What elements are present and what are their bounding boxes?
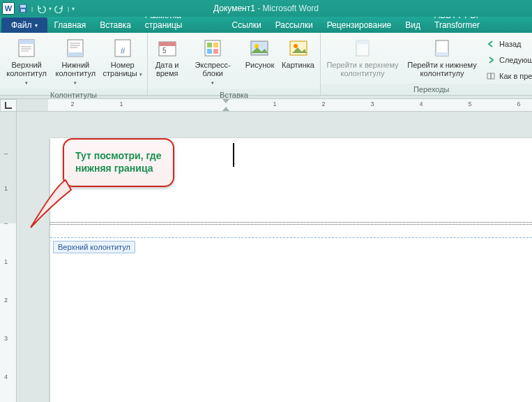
svg-rect-4 (19, 40, 34, 44)
svg-rect-32 (491, 73, 494, 79)
tab-insert[interactable]: Вставка (93, 17, 138, 33)
header-tag[interactable]: Верхний колонтитул (53, 241, 135, 253)
page-number-label: Номер страницы (103, 61, 137, 77)
ribbon: Верхний колонтитул ▾ Нижний колонтитул ▾… (0, 33, 532, 96)
qat-customize-icon[interactable]: ▾ (72, 6, 75, 12)
back-label: Назад (499, 40, 522, 48)
header-top-button[interactable]: Верхний колонтитул ▾ (3, 35, 50, 89)
picture-label: Рисунок (245, 61, 275, 69)
go-to-header-button: Перейти к верхнему колонтитулу (324, 35, 401, 80)
window-title: Документ1 - Microsoft Word (213, 3, 319, 13)
undo-icon[interactable] (36, 3, 47, 14)
svg-point-26 (294, 44, 298, 48)
hruler-tick: 6 (517, 100, 520, 107)
clipart-icon (287, 37, 310, 59)
tab-mailings[interactable]: Рассылки (268, 17, 320, 33)
page-number-button[interactable]: # Номер страницы ▾ (101, 35, 144, 81)
svg-rect-9 (68, 52, 83, 57)
save-icon[interactable] (17, 3, 29, 14)
hruler-tick: 3 (370, 100, 374, 107)
picture-button[interactable]: Рисунок (243, 35, 277, 71)
title-bar: W | ▾ | ▾ Документ1 - Microsoft Word (0, 0, 532, 17)
tab-references[interactable]: Ссылки (225, 17, 268, 33)
vruler-tick: – (4, 150, 8, 157)
tab-view[interactable]: Вид (398, 17, 427, 33)
workspace: – 1 – 1 2 3 4 2 1 1 2 3 4 5 6 (0, 99, 532, 402)
calendar-icon: 5 (156, 37, 178, 59)
dropdown-icon[interactable]: ▾ (49, 6, 52, 12)
svg-rect-16 (159, 42, 176, 46)
svg-rect-28 (356, 40, 369, 44)
redo-icon[interactable] (54, 3, 65, 14)
svg-text:#: # (120, 46, 125, 56)
group-headers: Верхний колонтитул ▾ Нижний колонтитул ▾… (0, 33, 148, 95)
vertical-ruler[interactable]: – 1 – 1 2 3 4 (0, 112, 17, 402)
hanging-indent-marker[interactable] (222, 107, 229, 111)
arrow-left-icon (485, 38, 496, 50)
qat-separator: | (67, 6, 70, 12)
go-header-icon (351, 37, 374, 59)
hruler-tick: 2 (321, 100, 325, 107)
callout-text: Тут посмотри, где нижняя граница (75, 149, 163, 174)
group-insert: 5 Дата и время Экспресс-блоки▾ Рисунок К… (148, 33, 321, 95)
svg-rect-1 (20, 5, 26, 8)
tab-home[interactable]: Главная (47, 17, 93, 33)
chevron-down-icon: ▾ (139, 72, 142, 77)
vruler-tick: – (4, 220, 8, 227)
header-bottom-label: Нижний колонтитул (56, 61, 96, 77)
chevron-down-icon: ▾ (74, 80, 77, 85)
nav-small-buttons: Назад Следующ Как в пре (483, 35, 532, 84)
next-button[interactable]: Следующ (483, 52, 532, 68)
svg-rect-20 (213, 43, 218, 47)
blocks-icon (202, 37, 224, 59)
app-name: Microsoft Word (263, 3, 319, 13)
go-to-footer-button[interactable]: Перейти к нижнему колонтитулу (404, 35, 480, 80)
header-bottom-button[interactable]: Нижний колонтитул ▾ (52, 35, 98, 89)
next-label: Следующ (499, 56, 532, 64)
group-nav: Перейти к верхнему колонтитулу Перейти к… (321, 33, 532, 95)
text-cursor (233, 143, 234, 167)
vruler-tick: 2 (4, 297, 8, 304)
svg-rect-2 (21, 9, 25, 12)
chevron-down-icon: ▾ (211, 80, 214, 85)
ribbon-tabs: Файл ▾ Главная Вставка Разметка страницы… (0, 17, 532, 33)
vruler-tick: 3 (4, 335, 8, 342)
express-label: Экспресс-блоки (195, 61, 231, 77)
vruler-tick: 4 (4, 373, 8, 380)
tab-stop-icon (5, 102, 12, 109)
clipart-label: Картинка (282, 61, 314, 69)
header-boundary-dotted (50, 224, 532, 225)
vruler-tick: 1 (4, 258, 8, 265)
clipart-button[interactable]: Картинка (280, 35, 317, 71)
horizontal-ruler[interactable]: 2 1 1 2 3 4 5 6 (17, 99, 532, 112)
tab-selector[interactable] (0, 99, 17, 112)
link-icon (485, 70, 496, 82)
svg-rect-31 (487, 73, 491, 79)
hruler-tick: 2 (70, 100, 74, 107)
date-time-label: Дата и время (152, 61, 182, 77)
first-line-indent-marker[interactable] (222, 99, 229, 103)
vruler-tick: 1 (4, 185, 8, 192)
annotation-callout: Тут посмотри, где нижняя граница (63, 138, 174, 187)
express-blocks-button[interactable]: Экспресс-блоки▾ (185, 35, 239, 89)
header-boundary-dashed (50, 237, 532, 238)
document-area[interactable]: Верхний колонтитул Тут посмотри, где ниж… (17, 112, 532, 402)
go-header-label: Перейти к верхнему колонтитулу (325, 61, 400, 77)
file-tab[interactable]: Файл ▾ (1, 17, 47, 33)
hruler-tick: 4 (419, 100, 423, 107)
hruler-tick: 1 (273, 100, 276, 107)
callout-tail-icon (22, 177, 78, 233)
quick-access-toolbar: | ▾ | ▾ (17, 3, 75, 14)
hruler-tick: 1 (119, 100, 123, 107)
title-separator: - (255, 3, 263, 13)
date-time-button[interactable]: 5 Дата и время (151, 35, 183, 80)
picture-icon (248, 37, 271, 59)
hruler-tick: 5 (468, 100, 471, 107)
group-nav-label: Переходы (321, 84, 532, 96)
document-name: Документ1 (213, 3, 255, 13)
word-logo-icon: W (2, 2, 15, 15)
back-button[interactable]: Назад (483, 36, 532, 52)
tab-review[interactable]: Рецензирование (320, 17, 399, 33)
same-as-prev-button[interactable]: Как в пре (483, 68, 532, 84)
chevron-down-icon: ▾ (35, 22, 38, 29)
